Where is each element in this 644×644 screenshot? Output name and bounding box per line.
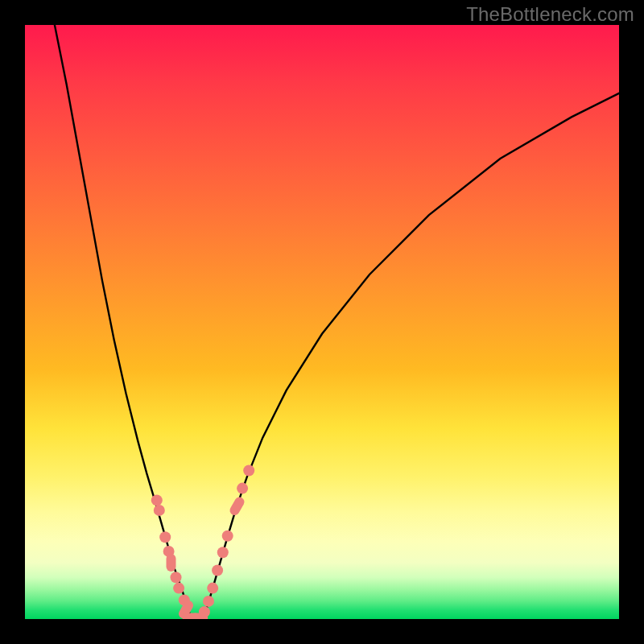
data-marker xyxy=(151,494,163,506)
data-marker xyxy=(154,505,165,516)
data-marker xyxy=(207,583,218,594)
plot-area xyxy=(25,25,619,619)
attribution-watermark: TheBottleneck.com xyxy=(466,3,634,26)
data-marker xyxy=(203,596,214,607)
data-marker xyxy=(173,583,184,594)
data-marker xyxy=(237,483,248,494)
data-marker xyxy=(228,495,246,517)
data-marker xyxy=(199,606,210,617)
data-marker xyxy=(159,531,171,543)
data-marker xyxy=(167,554,176,572)
data-marker xyxy=(212,565,223,576)
curves-layer xyxy=(25,25,619,619)
chart-stage: TheBottleneck.com xyxy=(0,0,644,644)
data-marker xyxy=(171,572,182,583)
data-marker xyxy=(217,547,229,558)
curve-right-curve xyxy=(203,93,619,619)
data-marker xyxy=(222,530,233,542)
curve-left-curve xyxy=(55,25,192,619)
data-marker xyxy=(243,465,254,477)
